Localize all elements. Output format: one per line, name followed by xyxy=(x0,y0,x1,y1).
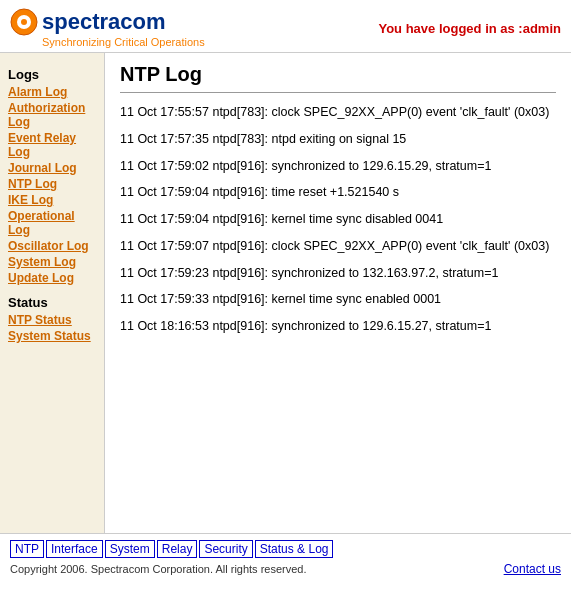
log-entry: 11 Oct 17:55:57 ntpd[783]: clock SPEC_92… xyxy=(120,103,556,122)
sidebar-item-alarm-log[interactable]: Alarm Log xyxy=(8,85,96,99)
footer-nav-link-system[interactable]: System xyxy=(105,540,155,558)
logo-icon xyxy=(10,8,38,36)
content-area: NTP Log 11 Oct 17:55:57 ntpd[783]: clock… xyxy=(105,53,571,533)
main-layout: Logs Alarm Log Authorization Log Event R… xyxy=(0,53,571,533)
footer-nav-link-security[interactable]: Security xyxy=(199,540,252,558)
footer-nav: NTPInterfaceSystemRelaySecurityStatus & … xyxy=(10,540,561,558)
sidebar-item-system-status[interactable]: System Status xyxy=(8,329,96,343)
user-info: You have logged in as :admin xyxy=(378,21,561,36)
log-entry: 11 Oct 17:59:23 ntpd[916]: synchronized … xyxy=(120,264,556,283)
svg-point-2 xyxy=(21,19,27,25)
logo-area: spectracom Synchronizing Critical Operat… xyxy=(10,8,205,48)
sidebar-item-event-relay-log[interactable]: Event Relay Log xyxy=(8,131,96,159)
sidebar-item-oscillator-log[interactable]: Oscillator Log xyxy=(8,239,96,253)
sidebar-item-system-log[interactable]: System Log xyxy=(8,255,96,269)
log-entry: 11 Oct 17:59:33 ntpd[916]: kernel time s… xyxy=(120,290,556,309)
log-entry: 11 Oct 17:59:02 ntpd[916]: synchronized … xyxy=(120,157,556,176)
user-name: admin xyxy=(523,21,561,36)
sidebar-item-operational-log[interactable]: Operational Log xyxy=(8,209,96,237)
logo-tagline: Synchronizing Critical Operations xyxy=(42,36,205,48)
log-entries: 11 Oct 17:55:57 ntpd[783]: clock SPEC_92… xyxy=(120,103,556,336)
footer-nav-link-relay[interactable]: Relay xyxy=(157,540,198,558)
sidebar-item-update-log[interactable]: Update Log xyxy=(8,271,96,285)
sidebar-item-journal-log[interactable]: Journal Log xyxy=(8,161,96,175)
header: spectracom Synchronizing Critical Operat… xyxy=(0,0,571,53)
logs-section-title: Logs xyxy=(8,67,96,82)
footer-nav-link-ntp[interactable]: NTP xyxy=(10,540,44,558)
sidebar-item-ike-log[interactable]: IKE Log xyxy=(8,193,96,207)
divider xyxy=(120,92,556,93)
log-entry: 11 Oct 17:59:04 ntpd[916]: kernel time s… xyxy=(120,210,556,229)
footer-nav-link-interface[interactable]: Interface xyxy=(46,540,103,558)
sidebar-item-authorization-log[interactable]: Authorization Log xyxy=(8,101,96,129)
logo-text-label: spectracom xyxy=(42,9,166,35)
sidebar-item-ntp-log[interactable]: NTP Log xyxy=(8,177,96,191)
copyright: Copyright 2006. Spectracom Corporation. … xyxy=(10,563,307,575)
sidebar: Logs Alarm Log Authorization Log Event R… xyxy=(0,53,105,533)
sidebar-item-ntp-status[interactable]: NTP Status xyxy=(8,313,96,327)
footer: NTPInterfaceSystemRelaySecurityStatus & … xyxy=(0,533,571,582)
user-info-prefix: You have logged in as : xyxy=(378,21,522,36)
log-entry: 11 Oct 17:57:35 ntpd[783]: ntpd exiting … xyxy=(120,130,556,149)
log-entry: 11 Oct 17:59:04 ntpd[916]: time reset +1… xyxy=(120,183,556,202)
log-entry: 11 Oct 17:59:07 ntpd[916]: clock SPEC_92… xyxy=(120,237,556,256)
status-section-title: Status xyxy=(8,295,96,310)
contact-us-link[interactable]: Contact us xyxy=(504,562,561,576)
footer-nav-link-status---log[interactable]: Status & Log xyxy=(255,540,334,558)
logo: spectracom xyxy=(10,8,205,36)
log-entry: 11 Oct 18:16:53 ntpd[916]: synchronized … xyxy=(120,317,556,336)
footer-bottom: Copyright 2006. Spectracom Corporation. … xyxy=(10,562,561,576)
page-title: NTP Log xyxy=(120,63,556,86)
